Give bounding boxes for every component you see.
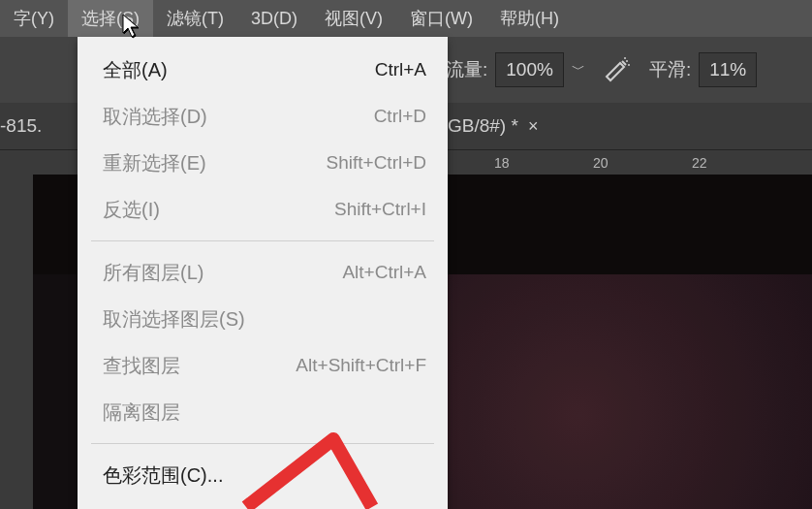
annotation-arrow (236, 429, 430, 509)
menu-type[interactable]: 字(Y) (0, 0, 68, 37)
smooth-label: 平滑: (649, 57, 691, 82)
menu-help[interactable]: 帮助(H) (486, 0, 573, 37)
doc-frag-left[interactable]: -815. (0, 103, 49, 149)
tick: 18 (494, 155, 510, 171)
menu-3d[interactable]: 3D(D) (237, 0, 311, 37)
menu-filter[interactable]: 滤镜(T) (153, 0, 237, 37)
svg-point-0 (626, 60, 628, 62)
menu-cmd-find-layers[interactable]: 查找图层Alt+Shift+Ctrl+F (78, 342, 448, 389)
menu-cmd-isolate-layers[interactable]: 隔离图层 (78, 389, 448, 435)
menu-cmd-all-layers[interactable]: 所有图层(L)Alt+Ctrl+A (78, 249, 448, 296)
menu-cmd-all[interactable]: 全部(A)Ctrl+A (78, 47, 448, 93)
menu-view[interactable]: 视图(V) (311, 0, 396, 37)
svg-point-2 (624, 57, 626, 59)
menu-cmd-deselect-layers[interactable]: 取消选择图层(S) (78, 296, 448, 342)
chevron-down-icon[interactable]: ﹀ (572, 61, 585, 79)
close-icon[interactable]: × (528, 116, 539, 137)
airbrush-icon[interactable] (603, 55, 632, 84)
svg-point-1 (628, 64, 630, 66)
flow-label: 流量: (446, 57, 487, 82)
menu-cmd-deselect[interactable]: 取消选择(D)Ctrl+D (78, 93, 448, 140)
tick: 22 (692, 155, 707, 171)
menu-cmd-reselect[interactable]: 重新选择(E)Shift+Ctrl+D (78, 140, 448, 186)
menu-cmd-inverse[interactable]: 反选(I)Shift+Ctrl+I (78, 186, 448, 233)
flow-field: 流量: 100% ﹀ (446, 52, 585, 87)
menu-separator (91, 240, 434, 241)
smooth-value[interactable]: 11% (699, 52, 757, 87)
tick: 20 (593, 155, 609, 171)
ruler-vertical (0, 175, 34, 509)
smooth-field: 平滑: 11% (649, 52, 757, 87)
menu-window[interactable]: 窗口(W) (396, 0, 486, 37)
flow-value[interactable]: 100% (495, 52, 564, 87)
cursor-icon (122, 14, 141, 44)
